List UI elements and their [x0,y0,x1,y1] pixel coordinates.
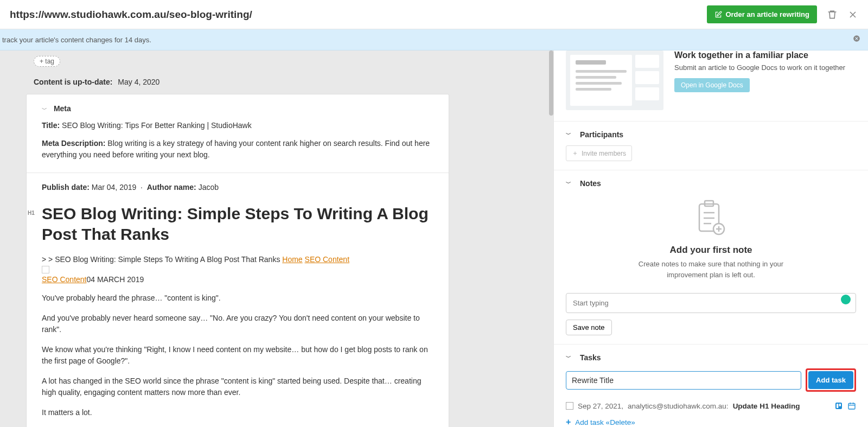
notes-toggle[interactable]: ﹀ Notes [566,179,856,188]
left-pane: + tag Content is up-to-date: May 4, 2020… [0,50,553,427]
page-url: https://www.studiohawk.com.au/seo-blog-w… [10,9,707,21]
article-date: 04 MARCH 2019 [87,275,144,284]
para-2: And you've probably never heard someone … [42,313,433,335]
h1-badge: H1 [28,210,35,216]
broken-image-icon [42,266,49,273]
meta-title-value: SEO Blog Writing: Tips For Better Rankin… [62,121,252,130]
publish-label: Publish date: [42,183,90,192]
task-row: Sep 27, 2021, analytics@studiohawk.com.a… [566,401,856,410]
notes-heading: Notes [580,179,601,188]
banner-close-icon[interactable] [853,35,860,44]
content-status: Content is up-to-date: May 4, 2020 [26,78,553,94]
task-title: Update H1 Heading [733,402,800,410]
meta-heading: Meta [54,104,71,113]
right-pane: Work together in a familiar place Submit… [553,50,868,427]
add-tag-button[interactable]: + tag [34,56,60,67]
chevron-down-icon: ﹀ [566,180,571,187]
note-input[interactable] [566,293,856,313]
task-date: Sep 27, 2021, [578,402,623,410]
order-rewriting-button[interactable]: Order an article rewriting [707,5,817,23]
calendar-icon[interactable] [847,401,856,410]
gdocs-promo: Work together in a familiar place Submit… [554,50,868,122]
participants-section: ﹀ Participants ＋ Invite members [554,122,868,170]
participants-heading: Participants [580,130,623,139]
status-date: May 4, 2020 [118,78,159,86]
chevron-down-icon: ﹀ [566,354,571,361]
header-bar: https://www.studiohawk.com.au/seo-blog-w… [0,0,868,29]
plus-icon: + [566,418,571,426]
grammarly-icon [841,295,851,304]
svg-rect-11 [839,404,841,406]
edit-icon [714,11,722,18]
invite-label: Invite members [582,150,626,157]
order-rewriting-label: Order an article rewriting [725,10,809,18]
scrollbar-thumb[interactable] [549,50,553,116]
info-banner: track your article's content changes for… [0,29,868,50]
gdocs-subtitle: Submit an article to Google Docs to work… [674,63,856,72]
content-card: ﹀ Meta Title: SEO Blog Writing: Tips For… [26,94,449,427]
tasks-heading: Tasks [580,353,601,362]
meta-title-label: Title: [42,121,60,130]
gdocs-thumbnail [566,50,663,110]
author-label: Author name: [147,183,196,192]
status-label: Content is up-to-date: [34,78,112,86]
chevron-down-icon: ﹀ [42,106,47,112]
svg-rect-9 [835,403,842,409]
add-task-button[interactable]: Add task [808,371,853,389]
tasks-toggle[interactable]: ﹀ Tasks [566,353,856,362]
task-input[interactable] [566,371,801,390]
notes-section: ﹀ Notes Add your first not [554,170,868,345]
task-checkbox[interactable] [566,402,573,410]
breadcrumb-prefix: > > SEO Blog Writing: Simple Steps To Wr… [42,255,282,264]
open-gdocs-button[interactable]: Open in Google Docs [674,78,750,92]
svg-rect-12 [848,403,855,409]
breadcrumb-seo-link[interactable]: SEO Content [305,255,350,264]
meta-desc-label: Meta Description: [42,139,105,148]
svg-rect-10 [837,404,838,408]
tasks-section: ﹀ Tasks Add task Sep 27, 2021, analytics… [554,345,868,427]
invite-members-button[interactable]: ＋ Invite members [566,145,632,161]
para-1: You've probably heard the phrase… "conte… [42,292,433,304]
seo-content-link[interactable]: SEO Content [42,275,87,284]
meta-section: ﹀ Meta Title: SEO Blog Writing: Tips For… [27,94,449,173]
quick-add-delete-label: Add task «Delete» [575,418,635,426]
publish-row: Publish date: Mar 04, 2019 · Author name… [42,183,433,192]
save-note-button[interactable]: Save note [566,320,612,335]
para-4: A lot has changed in the SEO world since… [42,375,433,398]
para-3: We know what you're thinking "Right, I k… [42,344,433,367]
chevron-down-icon: ﹀ [566,131,571,138]
trash-icon[interactable] [827,9,838,20]
article-section: Publish date: Mar 04, 2019 · Author name… [27,173,449,427]
quick-add-delete[interactable]: + Add task «Delete» [566,418,856,426]
para-5: It matters a lot. [42,407,433,418]
breadcrumb-line: > > SEO Blog Writing: Simple Steps To Wr… [42,255,433,264]
notes-title: Add your first note [566,245,856,256]
meta-toggle[interactable]: ﹀ Meta [42,104,433,113]
close-icon[interactable] [847,9,858,20]
participants-toggle[interactable]: ﹀ Participants [566,130,856,139]
notes-subtitle: Create notes to make sure that nothing i… [624,259,798,280]
publish-value: Mar 04, 2019 [92,183,137,192]
breadcrumb-home-link[interactable]: Home [282,255,302,264]
gdocs-title: Work together in a familiar place [674,50,856,60]
article-h1: SEO Blog Writing: Simple Steps To Writin… [42,203,433,244]
plus-icon: ＋ [572,149,578,158]
banner-text: track your article's content changes for… [2,36,151,44]
trello-icon[interactable] [834,401,843,410]
task-email: analytics@studiohawk.com.au: [628,402,729,410]
clipboard-icon [695,200,727,238]
author-value: Jacob [199,183,219,192]
add-task-highlight: Add task [806,368,856,392]
